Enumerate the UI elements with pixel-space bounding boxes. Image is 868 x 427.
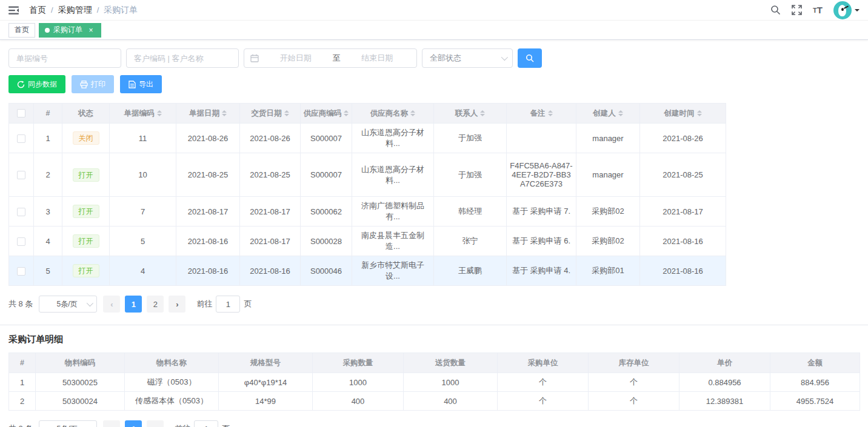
col-doc-date[interactable]: 单据日期 [176, 104, 240, 124]
page-button-1[interactable]: 1 [125, 296, 142, 313]
sort-icon[interactable] [344, 108, 349, 119]
cell-index: 2 [34, 153, 62, 197]
printer-icon [80, 81, 88, 88]
col-delivery-date[interactable]: 交货日期 [240, 104, 301, 124]
detail-pagination: 共 2 条 5条/页 ‹ 1 › 前往 页 [8, 420, 860, 427]
cell-status: 打开 [62, 227, 110, 256]
cell-contact: 于加强 [434, 153, 507, 197]
sync-data-button[interactable]: 同步数据 [8, 75, 65, 93]
close-tab-icon[interactable]: × [87, 26, 95, 35]
status-badge: 打开 [73, 264, 99, 277]
order-row[interactable]: 2 打开 10 2021-08-25 2021-08-25 S000007 山东… [9, 153, 726, 197]
cell-material-code: 50300025 [36, 373, 125, 392]
chevron-down-icon [87, 425, 93, 427]
export-button[interactable]: 导出 [120, 75, 162, 93]
col-remark[interactable]: 备注 [507, 104, 576, 124]
col-supplier-code[interactable]: 供应商编码 [301, 104, 352, 124]
breadcrumb-purchase-management[interactable]: 采购管理 [58, 5, 92, 16]
date-range-picker[interactable]: 开始日期 至 结束日期 [244, 48, 417, 68]
cell-unit-price: 0.884956 [679, 373, 770, 392]
row-checkbox[interactable] [17, 237, 25, 246]
breadcrumb: 首页 / 采购管理 / 采购订单 [29, 5, 138, 16]
order-row[interactable]: 3 打开 7 2021-08-17 2021-08-17 S000062 济南广… [9, 197, 726, 227]
sort-icon[interactable] [480, 108, 485, 119]
col-delivery-qty: 送货数量 [404, 353, 498, 373]
cell-remark: 基于 采购申请 4. [507, 256, 576, 286]
fullscreen-icon[interactable] [792, 5, 802, 15]
cell-material-name: 传感器本体（0503） [125, 392, 219, 411]
page-button-1[interactable]: 1 [125, 420, 142, 427]
cell-delivery-date: 2021-08-25 [240, 153, 301, 197]
customer-input[interactable] [126, 48, 239, 68]
cell-creator: 采购部02 [576, 227, 640, 256]
row-checkbox[interactable] [17, 171, 25, 179]
user-menu[interactable] [833, 1, 860, 19]
page-size-select[interactable]: 5条/页 [39, 296, 97, 313]
tab-purchase-order[interactable]: 采购订单 × [39, 23, 101, 38]
cell-created-time: 2021-08-26 [640, 124, 726, 153]
cell-supplier-name: 新乡市特艾斯电子设... [352, 256, 434, 286]
row-checkbox[interactable] [17, 134, 25, 143]
sort-icon[interactable] [410, 108, 415, 119]
col-created-time[interactable]: 创建时间 [640, 104, 726, 124]
col-status: 状态 [62, 104, 110, 124]
status-select[interactable]: 全部状态 [422, 48, 513, 68]
prev-page-button[interactable]: ‹ [103, 420, 120, 427]
order-row-selected[interactable]: 5 打开 4 2021-08-16 2021-08-16 S000046 新乡市… [9, 256, 726, 286]
row-checkbox[interactable] [17, 267, 25, 276]
sort-icon[interactable] [697, 108, 702, 119]
hamburger-icon[interactable] [8, 5, 19, 15]
chevron-down-icon [87, 300, 93, 306]
tab-home[interactable]: 首页 [8, 23, 35, 38]
sort-icon[interactable] [548, 108, 553, 119]
select-all-checkbox[interactable] [17, 109, 25, 118]
orders-table: # 状态 单据编码 单据日期 交货日期 供应商编码 供应商名称 联系人 备注 创… [8, 103, 726, 286]
avatar[interactable] [833, 1, 852, 19]
cell-delivery-date: 2021-08-26 [240, 124, 301, 153]
col-supplier-name[interactable]: 供应商名称 [352, 104, 434, 124]
goto-page-input[interactable] [194, 420, 218, 427]
status-select-value: 全部状态 [430, 53, 501, 64]
page-button-2[interactable]: 2 [147, 296, 164, 313]
cell-delivery-date: 2021-08-16 [240, 256, 301, 286]
order-row[interactable]: 1 关闭 11 2021-08-26 2021-08-26 S000007 山东… [9, 124, 726, 153]
font-size-icon[interactable]: TT [813, 5, 823, 15]
cell-creator: manager [576, 124, 640, 153]
end-date-placeholder[interactable]: 结束日期 [344, 53, 411, 64]
next-page-button[interactable]: › [169, 296, 185, 313]
prev-page-button[interactable]: ‹ [103, 296, 120, 313]
print-button[interactable]: 打印 [72, 75, 114, 93]
next-page-button[interactable]: › [147, 420, 164, 427]
search-button[interactable] [518, 48, 542, 68]
sort-icon[interactable] [618, 108, 623, 119]
col-unit-price: 单价 [679, 353, 770, 373]
detail-row[interactable]: 2 50300024 传感器本体（0503） 14*99 400 400 个 个… [9, 392, 860, 411]
col-stock-unit: 库存单位 [589, 353, 679, 373]
doc-no-input[interactable] [8, 48, 121, 68]
detail-row[interactable]: 1 50300025 磁浮（0503） φ40*φ19*14 1000 1000… [9, 373, 860, 392]
navbar: 首页 / 采购管理 / 采购订单 TT [0, 0, 868, 21]
cell-status: 打开 [62, 153, 110, 197]
col-material-code: 物料编码 [36, 353, 125, 373]
start-date-placeholder[interactable]: 开始日期 [262, 53, 329, 64]
sort-icon[interactable] [284, 108, 289, 119]
breadcrumb-separator: / [97, 5, 99, 15]
col-creator[interactable]: 创建人 [576, 104, 640, 124]
goto-page-input[interactable] [216, 296, 240, 313]
calendar-icon [250, 54, 259, 62]
cell-contact: 韩经理 [434, 197, 507, 227]
breadcrumb-home[interactable]: 首页 [29, 5, 46, 16]
section-divider [0, 325, 868, 325]
col-purchase-qty: 采购数量 [313, 353, 404, 373]
tab-purchase-order-label: 采购订单 [53, 25, 82, 35]
search-icon[interactable] [770, 5, 781, 15]
order-row[interactable]: 4 打开 5 2021-08-16 2021-08-17 S000028 南皮县… [9, 227, 726, 256]
row-checkbox[interactable] [17, 208, 25, 216]
col-contact[interactable]: 联系人 [434, 104, 507, 124]
sort-icon[interactable] [157, 108, 162, 119]
col-doc-code[interactable]: 单据编码 [110, 104, 176, 124]
cell-remark: 基于 采购申请 7. [507, 197, 576, 227]
page-size-select[interactable]: 5条/页 [39, 420, 97, 427]
cell-creator: 采购部02 [576, 197, 640, 227]
sort-icon[interactable] [222, 108, 227, 119]
